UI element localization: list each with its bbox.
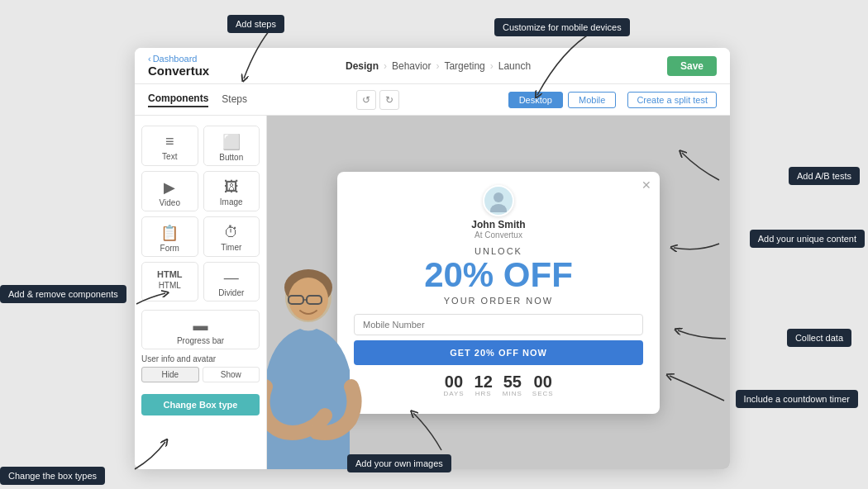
divider-icon: —	[224, 269, 239, 287]
comp-button[interactable]: ⬜ Button	[203, 126, 260, 166]
comp-html[interactable]: HTML HTML	[141, 262, 198, 301]
tab-steps[interactable]: Steps	[222, 93, 247, 107]
tab-targeting[interactable]: Targeting	[444, 60, 484, 72]
person-image	[267, 254, 374, 469]
comp-text-label: Text	[162, 152, 177, 161]
countdown-days: 00 DAYS	[443, 373, 464, 397]
user-info-label: User info and avatar	[141, 354, 260, 363]
editor-window: ‹ Dashboard Convertux Design › Behavior …	[135, 48, 730, 469]
user-info-section: User info and avatar Hide Show	[141, 354, 260, 382]
days-label: DAYS	[443, 390, 464, 397]
secs-label: SECS	[532, 390, 554, 397]
sub-bar: Components Steps ↺ ↻ Desktop Mobile Crea…	[135, 84, 730, 116]
text-icon: ≡	[165, 133, 174, 150]
button-icon: ⬜	[222, 133, 241, 151]
countdown-hrs: 12 HRS	[475, 373, 493, 397]
tooltip-add-images: Add your own images	[347, 454, 451, 472]
tooltip-customize-mobile: Customize for mobile devices	[494, 18, 630, 36]
undo-button[interactable]: ↺	[356, 90, 376, 110]
comp-form-label: Form	[160, 244, 179, 253]
popup-box: ✕ John Smith At Convertux UNLOCK 20% OFF…	[337, 172, 660, 414]
tab-components[interactable]: Components	[148, 93, 208, 107]
chevron-left-icon: ‹	[148, 54, 151, 64]
svg-point-0	[494, 192, 503, 202]
image-icon: 🖼	[224, 178, 239, 196]
chevron-icon-3: ›	[490, 60, 494, 72]
chevron-icon-1: ›	[384, 60, 387, 72]
countdown-secs: 00 SECS	[532, 373, 554, 397]
comp-text[interactable]: ≡ Text	[141, 126, 198, 166]
hrs-num: 12	[475, 373, 493, 390]
popup-close[interactable]: ✕	[641, 178, 651, 192]
popup-discount: 20% OFF	[354, 258, 643, 292]
comp-html-label: HTML	[159, 281, 181, 290]
avatar	[483, 185, 514, 216]
mobile-button[interactable]: Mobile	[568, 92, 616, 108]
tab-behavior[interactable]: Behavior	[392, 60, 431, 72]
tooltip-ab-tests: Add A/B tests	[789, 167, 860, 185]
tab-launch[interactable]: Launch	[498, 60, 531, 72]
mobile-input[interactable]	[354, 314, 643, 335]
comp-video[interactable]: ▶ Video	[141, 171, 198, 211]
tooltip-add-remove: Add & remove components	[0, 285, 126, 303]
visibility-toggle: Hide Show	[141, 367, 260, 382]
comp-timer[interactable]: ⏱ Timer	[203, 216, 260, 257]
video-icon: ▶	[164, 178, 175, 197]
cta-button[interactable]: GET 20% OFF NOW	[354, 340, 643, 365]
tooltip-unique-content: Add your unique content	[750, 230, 865, 248]
comp-divider[interactable]: — Divider	[203, 262, 260, 301]
mins-num: 55	[503, 373, 522, 390]
form-icon: 📋	[160, 224, 179, 242]
tooltip-collect-data: Collect data	[787, 329, 851, 347]
svg-point-1	[490, 204, 507, 212]
popup-unlock: UNLOCK	[354, 246, 643, 256]
comp-progress-label: Progress bar	[177, 336, 224, 345]
popup-name: John Smith	[471, 219, 525, 230]
popup-order: YOUR ORDER NOW	[354, 296, 643, 306]
top-bar: ‹ Dashboard Convertux Design › Behavior …	[135, 48, 730, 84]
comp-progress-bar[interactable]: ▬ Progress bar	[141, 310, 260, 349]
save-button[interactable]: Save	[667, 56, 717, 76]
change-box-button[interactable]: Change Box type	[141, 394, 260, 415]
hrs-label: HRS	[475, 390, 492, 397]
tooltip-add-steps: Add steps	[227, 15, 284, 33]
main-content: ≡ Text ⬜ Button ▶ Video 🖼 Image 📋 Fo	[135, 116, 730, 469]
sidebar: ≡ Text ⬜ Button ▶ Video 🖼 Image 📋 Fo	[135, 116, 267, 469]
tooltip-change-box: Change the box types	[0, 467, 105, 485]
tab-design[interactable]: Design	[346, 60, 379, 72]
dashboard-link[interactable]: ‹ Dashboard	[148, 54, 209, 64]
countdown-mins: 55 MINS	[503, 373, 522, 397]
comp-image-label: Image	[220, 197, 243, 207]
secs-num: 00	[534, 373, 552, 390]
sub-tabs: Components Steps	[148, 93, 247, 107]
progress-icon: ▬	[193, 317, 208, 335]
chevron-icon-2: ›	[436, 60, 439, 72]
comp-image[interactable]: 🖼 Image	[203, 171, 260, 211]
nav-tabs: Design › Behavior › Targeting › Launch	[346, 60, 531, 72]
countdown-row: 00 DAYS 12 HRS 55 MINS 00 SECS	[354, 373, 643, 397]
device-controls: Desktop Mobile Create a split test	[508, 92, 717, 108]
comp-divider-label: Divider	[218, 288, 244, 297]
popup-avatar: John Smith At Convertux	[354, 185, 643, 240]
component-grid: ≡ Text ⬜ Button ▶ Video 🖼 Image 📋 Fo	[141, 126, 260, 301]
canvas-area: ✕ John Smith At Convertux UNLOCK 20% OFF…	[267, 116, 730, 469]
comp-form[interactable]: 📋 Form	[141, 216, 198, 257]
html-icon: HTML	[157, 269, 183, 279]
tooltip-countdown: Include a countdown timer	[736, 390, 858, 408]
history-controls: ↺ ↻	[356, 90, 399, 110]
days-num: 00	[445, 373, 463, 390]
comp-button-label: Button	[219, 153, 243, 162]
comp-video-label: Video	[160, 198, 180, 207]
popup-subtitle: At Convertux	[475, 230, 522, 240]
redo-button[interactable]: ↻	[379, 90, 399, 110]
hide-button[interactable]: Hide	[141, 367, 199, 382]
comp-timer-label: Timer	[221, 243, 241, 252]
show-button[interactable]: Show	[203, 367, 260, 382]
desktop-button[interactable]: Desktop	[508, 92, 563, 108]
app-title: Convertux	[148, 64, 209, 78]
timer-icon: ⏱	[224, 224, 239, 241]
top-bar-left: ‹ Dashboard Convertux	[148, 54, 209, 78]
split-test-button[interactable]: Create a split test	[627, 92, 717, 108]
mins-label: MINS	[503, 390, 522, 397]
